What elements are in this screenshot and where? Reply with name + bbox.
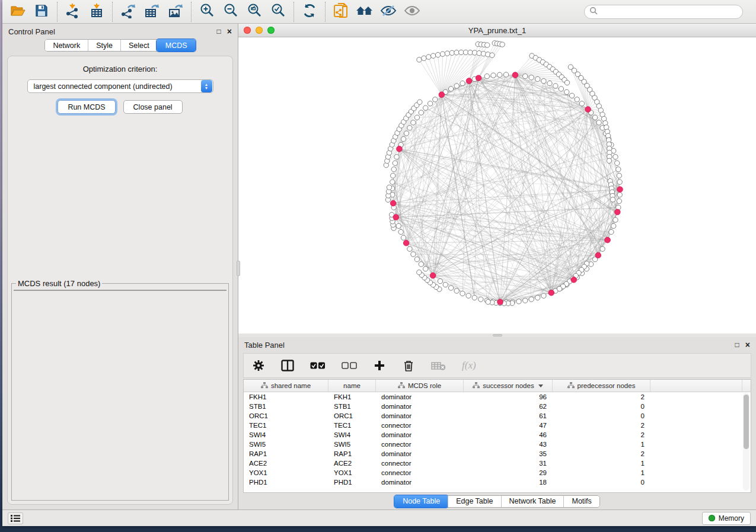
table-cell: dominator	[376, 402, 464, 411]
table-row[interactable]: ACE2ACE2connector311	[244, 459, 742, 468]
network-canvas[interactable]	[238, 37, 756, 334]
column-header-predecessor-nodes[interactable]: predecessor nodes	[553, 380, 650, 392]
mcds-hub-node[interactable]	[497, 299, 503, 305]
mcds-hub-node[interactable]	[595, 252, 601, 258]
mcds-hub-node[interactable]	[390, 200, 396, 206]
status-list-button[interactable]	[8, 512, 23, 524]
show-column-panel-button[interactable]	[281, 357, 294, 374]
import-table-button[interactable]	[85, 2, 109, 21]
mcds-hub-node[interactable]	[403, 240, 409, 246]
table-row[interactable]: FKH1FKH1dominator962	[244, 392, 742, 402]
memory-button[interactable]: Memory	[702, 512, 751, 525]
table-settings-button[interactable]	[252, 357, 265, 374]
mcds-hub-node[interactable]	[393, 214, 399, 220]
clone-network-button[interactable]	[329, 2, 353, 21]
zoom-in-button[interactable]	[195, 2, 219, 21]
table-row[interactable]: SWI4SWI4dominator462	[244, 430, 742, 440]
tab-network[interactable]: Network	[45, 40, 88, 51]
mcds-hub-node[interactable]	[548, 290, 554, 296]
show-all-button[interactable]	[400, 2, 424, 21]
tab-mcds[interactable]: MCDS	[157, 39, 196, 52]
float-table-panel-icon[interactable]: □	[735, 341, 739, 348]
table-cell-filler	[650, 459, 742, 468]
zoom-fit-button[interactable]	[243, 2, 266, 21]
tab-select[interactable]: Select	[120, 40, 157, 51]
table-scrollbar[interactable]	[743, 393, 749, 491]
table-cell: 31	[464, 459, 553, 468]
table-row[interactable]: PHD1PHD1dominator180	[244, 477, 742, 487]
mcds-hub-node[interactable]	[466, 78, 472, 84]
table-cell: 35	[464, 449, 553, 459]
table-scrollbar-thumb[interactable]	[744, 395, 749, 449]
shared-column-icon	[473, 382, 480, 389]
criterion-dropdown[interactable]: largest connected component (undirected)…	[27, 79, 213, 93]
mcds-hub-node[interactable]	[476, 75, 481, 81]
column-header-shared-name[interactable]: shared name	[244, 380, 328, 392]
deselect-all-button[interactable]	[342, 357, 357, 374]
delete-column-button[interactable]	[402, 357, 415, 374]
table-cell: ORC1	[244, 411, 328, 421]
tab-motifs[interactable]: Motifs	[563, 496, 599, 507]
table-panel-header: Table Panel □ ×	[238, 337, 756, 352]
search-box[interactable]	[584, 5, 743, 19]
control-panel-header: Control Panel □ ×	[2, 24, 238, 39]
mcds-buttons: Run MCDS Close panel	[58, 100, 182, 114]
mcds-hub-node[interactable]	[615, 209, 621, 215]
mcds-hub-node[interactable]	[617, 187, 623, 193]
select-all-button[interactable]	[310, 357, 326, 374]
zoom-out-button[interactable]	[219, 2, 243, 21]
create-column-button[interactable]	[373, 357, 386, 374]
table-row[interactable]: YOX1YOX1connector291	[244, 468, 742, 477]
list-icon	[10, 514, 21, 523]
column-header-MCDS-role[interactable]: MCDS role	[376, 380, 464, 392]
table-row[interactable]: STB1STB1dominator620	[244, 402, 742, 411]
vertical-splitter-handle[interactable]	[237, 261, 240, 276]
zoom-in-icon	[199, 3, 215, 21]
toolbar-separator	[112, 2, 113, 22]
mcds-hub-node[interactable]	[585, 107, 591, 113]
mcds-hub-node[interactable]	[430, 273, 436, 278]
export-table-button[interactable]	[140, 2, 164, 21]
export-network-button[interactable]	[116, 2, 140, 21]
zoom-selected-button[interactable]	[266, 2, 290, 21]
shared-column-icon	[398, 382, 405, 390]
table-cell: SWI4	[328, 430, 376, 440]
table-row[interactable]: TEC1TEC1connector472	[244, 421, 742, 430]
column-header-successor-nodes[interactable]: successor nodes	[464, 380, 553, 392]
table-cell: SWI5	[244, 440, 328, 449]
search-input[interactable]	[601, 8, 738, 16]
table-cell: dominator	[376, 430, 464, 440]
horizontal-splitter-handle[interactable]	[493, 334, 502, 336]
mcds-hub-node[interactable]	[397, 146, 403, 152]
network-graph[interactable]	[238, 37, 756, 334]
column-header-name[interactable]: name	[328, 380, 376, 392]
close-table-panel-icon[interactable]: ×	[745, 341, 750, 349]
open-file-button[interactable]	[6, 2, 30, 21]
import-network-button[interactable]	[61, 2, 85, 21]
table-row[interactable]: RAP1RAP1dominator352	[244, 449, 742, 459]
tab-network-table[interactable]: Network Table	[501, 496, 564, 507]
mcds-hub-node[interactable]	[571, 277, 577, 283]
horizontal-splitter[interactable]	[238, 334, 756, 337]
export-image-button[interactable]	[164, 2, 187, 21]
close-panel-button[interactable]: Close panel	[123, 100, 183, 114]
table-cell: STB1	[244, 402, 328, 411]
mcds-result-list[interactable]: PHD1CAR1STP4TID3YOX1SWI4SRD1PMA2FKH1ACE2…	[14, 290, 227, 291]
criterion-value: largest connected component (undirected)	[28, 82, 201, 91]
float-panel-icon[interactable]: □	[217, 28, 221, 35]
run-mcds-button[interactable]: Run MCDS	[58, 100, 115, 114]
tab-style[interactable]: Style	[88, 40, 120, 51]
tab-node-table[interactable]: Node Table	[394, 495, 448, 508]
tab-edge-table[interactable]: Edge Table	[448, 496, 500, 507]
table-row[interactable]: ORC1ORC1dominator610	[244, 411, 742, 421]
save-session-button[interactable]	[30, 2, 53, 21]
node-table: shared namenameMCDS rolesuccessor nodesp…	[243, 379, 751, 493]
apply-layout-button[interactable]	[298, 2, 321, 21]
mcds-hub-node[interactable]	[439, 92, 445, 98]
mcds-hub-node[interactable]	[605, 237, 611, 243]
first-neighbors-button[interactable]	[353, 2, 377, 21]
mcds-hub-node[interactable]	[512, 72, 518, 78]
table-row[interactable]: SWI5SWI5connector431	[244, 440, 742, 449]
close-panel-icon[interactable]: ×	[227, 27, 232, 36]
hide-selected-button[interactable]	[377, 2, 400, 21]
